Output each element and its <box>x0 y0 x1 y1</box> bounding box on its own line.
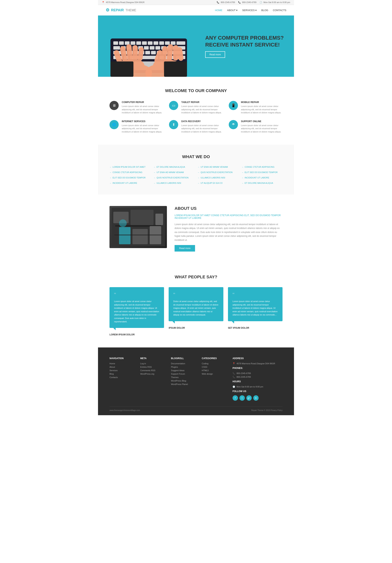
nav-contacts[interactable]: CONTACTS <box>273 9 286 12</box>
footer-url: www.themeage/chrismontillage.com <box>110 409 140 411</box>
what-item-2: →UT ENIH AD MINIM VENIAM <box>198 165 239 169</box>
footer-hours-title: HOURS <box>233 380 282 383</box>
about-section: ABOUT US LOREM IPSUM DOLOR SIT AMET CONS… <box>98 194 294 263</box>
hours-info: 🕐 Mon-Sat 8:00 am to 8:00 pm <box>260 1 290 4</box>
testimonials-title: WHAT PEOPLE SAY? <box>110 275 282 280</box>
footer-copyright: Repair Theme © 2015 Privacy Policy <box>251 409 282 411</box>
footer-nav-home[interactable]: Home <box>110 362 135 365</box>
svg-rect-11 <box>171 41 176 45</box>
what-item-0: →LOREM IPSUM DOLOR SIT AMET <box>110 165 151 169</box>
nav-home[interactable]: HOME <box>215 9 222 12</box>
footer-cat-coding[interactable]: Coding <box>202 362 227 365</box>
what-item-12: →INCIDIDUNT UT LABORE <box>110 181 151 185</box>
about-content: ABOUT US LOREM IPSUM DOLOR SIT AMET CONS… <box>175 206 282 252</box>
svg-rect-60 <box>155 214 163 225</box>
footer-cat-css3[interactable]: CSS3 <box>202 366 227 368</box>
footer-blogroll-wpblog[interactable]: WordPress Blog <box>171 380 196 382</box>
what-item-11: →INCIDIDUNT UT LABORE <box>241 176 282 179</box>
service-computer-repair: 🖥 COMPUTER REPAIR Lorem ipsum dolor sit … <box>110 101 163 114</box>
about-desk-svg <box>111 208 165 246</box>
footer-meta-wordpress[interactable]: WordPress.org <box>140 373 165 375</box>
testimonial-0: " Lorem ipsum dolor sit amet conse ctetu… <box>110 287 164 336</box>
svg-rect-4 <box>130 41 135 45</box>
footer-blogroll-themes[interactable]: Themes <box>171 376 196 378</box>
what-item-15: →ET DOLORE MAGNA ALIQUA <box>241 181 282 185</box>
svg-rect-56 <box>164 62 187 77</box>
svg-rect-12 <box>177 41 185 45</box>
about-read-more-button[interactable]: Read more <box>175 245 195 252</box>
what-item-9: →QUIS NOSTRUD EXERCITATION <box>153 176 194 179</box>
quote-icon-0: " <box>114 292 159 298</box>
footer-blogroll-wpplanet[interactable]: WordPress Planet <box>171 383 196 385</box>
logo: ⚙ REPAIR THEME <box>106 8 136 13</box>
footer-address-title: ADDRESS <box>233 357 282 360</box>
footer-blogroll-plugins[interactable]: Plugins <box>171 366 196 368</box>
quote-icon-1: " <box>173 292 219 298</box>
testimonial-name-0: LOREM IPSUM DOLOR <box>110 333 164 336</box>
footer-nav-about[interactable]: About <box>110 366 135 368</box>
nav-blog[interactable]: BLOG <box>261 9 268 12</box>
what-item-14: →UT ALIQUIP EX EA CO <box>198 181 239 185</box>
linkedin-icon[interactable]: in <box>253 395 259 401</box>
footer-blogroll-docs[interactable]: Documentation <box>171 362 196 365</box>
phone2-icon: 📞 <box>238 1 241 3</box>
footer-meta-entries[interactable]: Entries RSS <box>140 366 165 368</box>
testimonial-name-2: SET IPSUM DOLOR <box>228 327 282 329</box>
service-internet-text: INTERNET SERVICES Lorem ipsum dolor sit … <box>122 120 163 133</box>
footer-blogroll-suggest[interactable]: Suggest Ideas <box>171 369 196 371</box>
svg-rect-6 <box>142 41 147 45</box>
footer-phone1-icon: 📞 <box>233 372 235 374</box>
hero-content: ANY COMPUTER PROBLEMS? RECEIVE INSTANT S… <box>200 15 294 77</box>
testimonials-grid: " Lorem ipsum dolor sit amet conse ctetu… <box>110 287 282 336</box>
footer-address-text: 📍 4578 Marmora Road,Glasgow D04 89GR <box>233 362 282 365</box>
hero-image-area <box>98 15 200 77</box>
what-item-4: →CONSE CTETUR ADIPISICING <box>110 170 151 174</box>
twitter-icon[interactable]: t <box>240 395 245 401</box>
hero-read-more-button[interactable]: Read more <box>205 51 225 58</box>
footer-cat-webdesign[interactable]: Web design <box>202 373 227 375</box>
header: ⚙ REPAIR THEME HOME ABOUT ▾ SERVICES ▾ B… <box>98 5 294 15</box>
footer-location-icon: 📍 <box>233 362 235 365</box>
internet-icon: 🌐 <box>110 120 119 129</box>
svg-rect-52 <box>173 45 178 61</box>
svg-rect-8 <box>153 41 158 45</box>
nav-services[interactable]: SERVICES ▾ <box>242 9 257 12</box>
svg-point-65 <box>119 219 127 227</box>
svg-rect-5 <box>136 41 141 45</box>
svg-rect-29 <box>145 51 150 54</box>
svg-rect-7 <box>148 41 152 45</box>
footer-cat-html5[interactable]: HTML5 <box>202 369 227 371</box>
clock-icon: 🕐 <box>260 1 262 3</box>
svg-rect-63 <box>132 229 148 244</box>
what-item-6: →QUIS NOSTRUD EXERCITATION <box>198 170 239 174</box>
services-grid: 🖥 COMPUTER REPAIR Lorem ipsum dolor sit … <box>110 101 282 133</box>
top-bar: 📍 4578 Marmora Road,Glasgow D04 89GR 📞 8… <box>98 0 294 5</box>
footer-nav-contacts[interactable]: Contacts <box>110 376 135 378</box>
welcome-title: WELCOME TO OUR COMPANY <box>110 88 282 93</box>
about-subtitle: LOREM IPSUM DOLOR SIT AMET CONSE CTETUR … <box>175 214 282 219</box>
googleplus-icon[interactable]: g+ <box>246 395 252 401</box>
hero-title: ANY COMPUTER PROBLEMS? RECEIVE INSTANT S… <box>205 35 284 49</box>
footer-categories: CATEGORIES Coding CSS3 HTML5 Web design <box>202 357 227 401</box>
footer-nav-blog[interactable]: Blog <box>110 373 135 375</box>
logo-text: REPAIR THEME <box>111 8 136 12</box>
about-image <box>110 206 167 248</box>
footer-meta-comments[interactable]: Comments RSS <box>140 369 165 371</box>
footer-clock-icon: 🕐 <box>233 385 235 388</box>
svg-rect-45 <box>132 45 138 61</box>
footer-follow-title: FOLLOW US <box>233 390 282 393</box>
hero-section: ANY COMPUTER PROBLEMS? RECEIVE INSTANT S… <box>98 15 294 77</box>
testimonials-section: WHAT PEOPLE SAY? " Lorem ipsum dolor sit… <box>98 263 294 347</box>
footer-address-col: ADDRESS 📍 4578 Marmora Road,Glasgow D04 … <box>233 357 282 401</box>
footer-meta-login[interactable]: Log in <box>140 362 165 365</box>
what-we-do-title: WHAT WE DO <box>110 154 282 159</box>
nav-about[interactable]: ABOUT ▾ <box>227 9 238 12</box>
what-items-grid: →LOREM IPSUM DOLOR SIT AMET →ET DOLORE M… <box>110 165 282 185</box>
facebook-icon[interactable]: f <box>233 395 238 401</box>
footer-phone1-text: 📞 800-2345-6789 <box>233 372 282 375</box>
service-tablet-repair: ▭ TABLET REPAIR Lorem ipsum dolor sit am… <box>169 101 223 114</box>
what-item-10: →ULLAMCO LABORIS NISI <box>198 176 239 179</box>
service-data-recovery: ⬆ DATA RECOVERY Lorem ipsum dolor sit am… <box>169 120 223 133</box>
footer-blogroll-support[interactable]: Support Forum <box>171 373 196 375</box>
footer-nav-services[interactable]: Services <box>110 369 135 371</box>
